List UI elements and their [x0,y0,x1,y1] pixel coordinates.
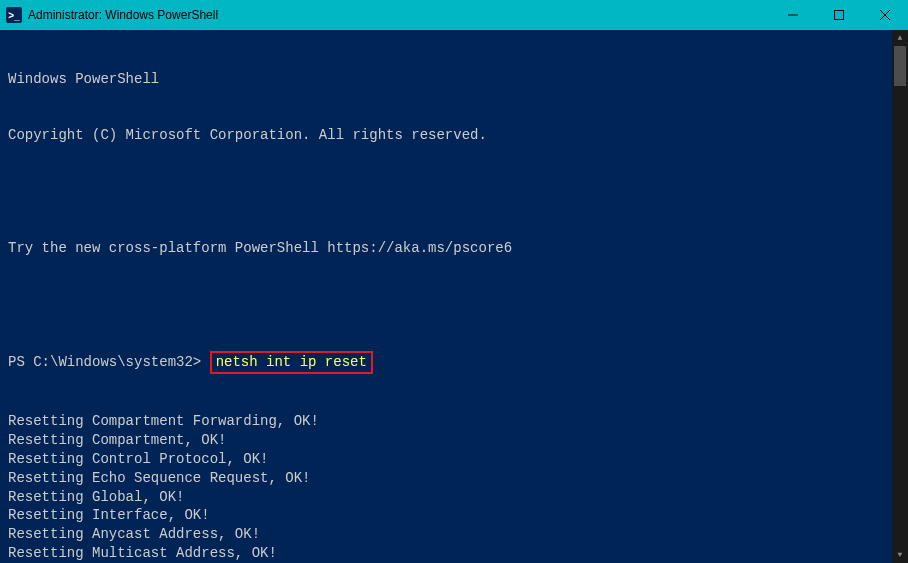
output-line: Resetting Compartment Forwarding, OK! [8,412,900,431]
scrollbar-thumb[interactable] [894,46,906,86]
scrollbar[interactable]: ▲ ▼ [892,30,908,563]
output-line: Resetting Multicast Address, OK! [8,544,900,563]
blank-line [8,296,900,314]
maximize-button[interactable] [816,0,862,30]
powershell-icon: >_ [6,7,22,23]
blank-line [8,183,900,201]
terminal-area[interactable]: Windows PowerShell Copyright (C) Microso… [0,30,908,563]
terminal-output: Resetting Compartment Forwarding, OK!Res… [8,412,900,563]
output-line: Resetting Global, OK! [8,488,900,507]
minimize-button[interactable] [770,0,816,30]
scrollbar-up-arrow-icon[interactable]: ▲ [892,30,908,46]
output-line: Resetting Echo Sequence Request, OK! [8,469,900,488]
titlebar[interactable]: >_ Administrator: Windows PowerShell [0,0,908,30]
prompt-line: PS C:\Windows\system32> netsh int ip res… [8,351,900,374]
close-icon [880,10,890,20]
copyright-line: Copyright (C) Microsoft Corporation. All… [8,126,900,145]
maximize-icon [834,10,844,20]
hint-line: Try the new cross-platform PowerShell ht… [8,239,900,258]
command-text: netsh int ip reset [216,354,367,370]
command-highlight-box: netsh int ip reset [210,351,373,374]
output-line: Resetting Control Protocol, OK! [8,450,900,469]
window-controls [770,0,908,30]
banner-line: Windows PowerShell [8,70,900,89]
output-line: Resetting Compartment, OK! [8,431,900,450]
output-line: Resetting Interface, OK! [8,506,900,525]
output-line: Resetting Anycast Address, OK! [8,525,900,544]
prompt-text: PS C:\Windows\system32> [8,354,210,370]
svg-rect-1 [835,11,844,20]
scrollbar-down-arrow-icon[interactable]: ▼ [892,547,908,563]
minimize-icon [788,10,798,20]
window-title: Administrator: Windows PowerShell [28,8,218,22]
titlebar-left: >_ Administrator: Windows PowerShell [0,7,218,23]
close-button[interactable] [862,0,908,30]
